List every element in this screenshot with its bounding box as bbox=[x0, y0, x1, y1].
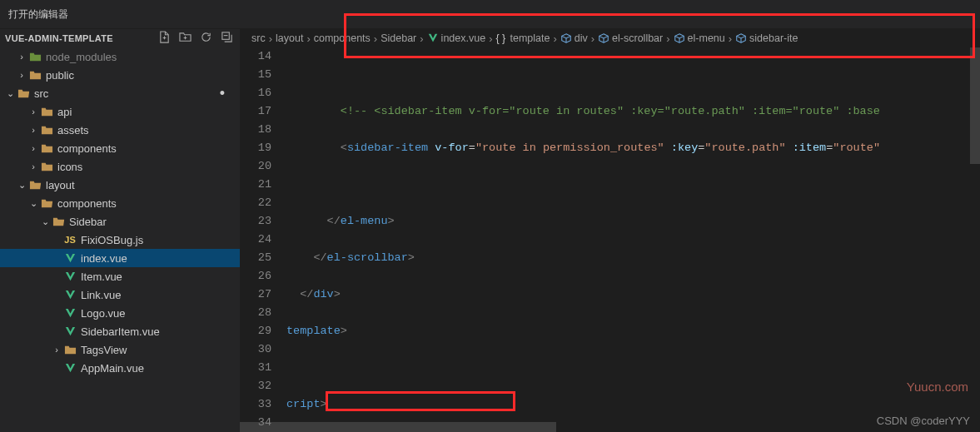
breadcrumb-item[interactable]: Sidebar bbox=[381, 32, 416, 44]
braces-icon: { } bbox=[495, 32, 507, 44]
chevron-right-icon: › bbox=[17, 70, 27, 80]
tree-item-layout[interactable]: ⌄ layout bbox=[0, 176, 240, 194]
chevron-right-icon: › bbox=[28, 161, 38, 171]
vue-file-icon bbox=[63, 271, 77, 283]
tree-item-api[interactable]: › api bbox=[0, 102, 240, 121]
vertical-scrollbar[interactable] bbox=[970, 47, 980, 417]
tree-item-components[interactable]: › components bbox=[0, 139, 240, 157]
folder-icon bbox=[28, 69, 42, 82]
tree-item-src[interactable]: ⌄ src • bbox=[0, 84, 240, 102]
folder-open-icon bbox=[40, 197, 53, 210]
line-number: 28 bbox=[240, 304, 271, 322]
collapse-all-icon[interactable] bbox=[221, 31, 233, 47]
code-line bbox=[286, 359, 980, 377]
breadcrumb-item[interactable]: sidebar-ite bbox=[735, 32, 798, 44]
tree-item-public[interactable]: › public bbox=[0, 66, 240, 84]
tree-item-fixios[interactable]: JS FixiOSBug.js bbox=[0, 231, 240, 249]
tree-label: layout bbox=[46, 179, 75, 191]
chevron-down-icon: ⌄ bbox=[40, 216, 50, 227]
tree-item-node-modules[interactable]: › node_modules bbox=[0, 47, 240, 66]
new-folder-icon[interactable] bbox=[179, 31, 192, 47]
line-number: 15 bbox=[240, 66, 271, 84]
breadcrumb-item[interactable]: components bbox=[314, 32, 371, 44]
breadcrumb-item[interactable]: layout bbox=[276, 32, 303, 44]
new-file-icon[interactable] bbox=[158, 31, 171, 47]
breadcrumb-item[interactable]: { }template bbox=[495, 32, 550, 44]
line-number: 14 bbox=[240, 47, 271, 66]
line-number: 17 bbox=[240, 102, 271, 121]
tree-item-appmain-vue[interactable]: AppMain.vue bbox=[0, 359, 240, 377]
breadcrumb-item[interactable]: div bbox=[560, 32, 588, 44]
tree-item-layout-components[interactable]: ⌄ components bbox=[0, 194, 240, 212]
tree-item-sidebar-folder[interactable]: ⌄ Sidebar bbox=[0, 212, 240, 231]
tree-label: public bbox=[46, 69, 74, 82]
scrollbar-thumb[interactable] bbox=[240, 422, 556, 432]
code-line: </el-scrollbar> bbox=[286, 249, 980, 267]
line-number: 24 bbox=[240, 231, 271, 249]
line-gutter: 14 15 16 17 18 19 20 21 22 23 24 25 26 2… bbox=[240, 47, 286, 432]
tree-item-link-vue[interactable]: Link.vue bbox=[0, 286, 240, 304]
tree-label: Sidebar bbox=[69, 216, 107, 228]
code-line: </div> bbox=[286, 286, 980, 304]
line-number: 25 bbox=[240, 249, 271, 267]
tree-label: index.vue bbox=[81, 252, 127, 265]
cube-icon bbox=[598, 32, 609, 44]
code-content[interactable]: <!-- <sidebar-item v-for="route in route… bbox=[286, 47, 980, 432]
tree-item-item-vue[interactable]: Item.vue bbox=[0, 267, 240, 286]
chevron-right-icon: › bbox=[28, 125, 38, 135]
folder-open-icon bbox=[52, 216, 65, 228]
open-editors-label: 打开的编辑器 bbox=[0, 7, 77, 22]
vue-file-icon bbox=[63, 307, 77, 320]
vue-file-icon bbox=[427, 32, 439, 44]
chevron-down-icon: ⌄ bbox=[5, 88, 15, 99]
line-number: 26 bbox=[240, 267, 271, 286]
code-line: template> bbox=[286, 322, 980, 340]
scrollbar-thumb[interactable] bbox=[970, 47, 980, 164]
code-line: <sidebar-item v-for="route in permission… bbox=[286, 139, 980, 157]
line-number: 21 bbox=[240, 176, 271, 194]
breadcrumb-item[interactable]: index.vue bbox=[427, 32, 486, 44]
tree-item-tagsview[interactable]: › TagsView bbox=[0, 340, 240, 359]
vue-file-icon bbox=[63, 325, 77, 338]
line-number: 30 bbox=[240, 340, 271, 359]
breadcrumb-item[interactable]: src bbox=[251, 32, 266, 44]
folder-icon bbox=[40, 142, 53, 155]
tree-label: assets bbox=[57, 124, 89, 137]
tree-item-icons[interactable]: › icons bbox=[0, 157, 240, 176]
folder-open-icon bbox=[28, 179, 42, 191]
line-number: 29 bbox=[240, 322, 271, 340]
code-line bbox=[286, 66, 980, 84]
line-number: 18 bbox=[240, 121, 271, 139]
watermark: Yuucn.com bbox=[907, 380, 968, 394]
folder-icon bbox=[40, 161, 53, 173]
tree-label: Link.vue bbox=[81, 289, 121, 301]
line-number: 19 bbox=[240, 139, 271, 157]
line-number: 31 bbox=[240, 359, 271, 377]
watermark: CSDN @coderYYY bbox=[877, 415, 970, 427]
breadcrumb-item[interactable]: el-scrollbar bbox=[598, 32, 663, 44]
file-tree: › node_modules › public ⌄ src • › api bbox=[0, 47, 240, 377]
code-line: </el-menu> bbox=[286, 212, 980, 231]
tree-item-sidebaritem-vue[interactable]: SidebarItem.vue bbox=[0, 322, 240, 340]
tree-item-assets[interactable]: › assets bbox=[0, 121, 240, 139]
tree-label: components bbox=[57, 197, 117, 210]
chevron-down-icon: ⌄ bbox=[17, 180, 27, 191]
code-line: <!-- <sidebar-item v-for="route in route… bbox=[286, 102, 980, 121]
breadcrumbs[interactable]: src› layout› components› Sidebar› index.… bbox=[240, 29, 980, 47]
refresh-icon[interactable] bbox=[200, 31, 212, 47]
code-editor[interactable]: 14 15 16 17 18 19 20 21 22 23 24 25 26 2… bbox=[240, 47, 980, 432]
tree-item-logo-vue[interactable]: Logo.vue bbox=[0, 304, 240, 322]
breadcrumb-item[interactable]: el-menu bbox=[674, 32, 725, 44]
horizontal-scrollbar[interactable] bbox=[240, 422, 980, 432]
js-file-icon: JS bbox=[63, 235, 77, 245]
editor-pane: src› layout› components› Sidebar› index.… bbox=[240, 29, 980, 432]
line-number: 16 bbox=[240, 84, 271, 102]
main-layout: VUE-ADMIN-TEMPLATE › node_modules › publ… bbox=[0, 29, 980, 432]
vue-file-icon bbox=[63, 362, 77, 375]
vue-file-icon bbox=[63, 252, 77, 265]
explorer-header: VUE-ADMIN-TEMPLATE bbox=[0, 29, 240, 47]
folder-icon bbox=[63, 344, 77, 356]
chevron-right-icon: › bbox=[28, 107, 38, 117]
tree-item-index-vue[interactable]: index.vue bbox=[0, 249, 240, 267]
chevron-right-icon: › bbox=[17, 52, 27, 62]
